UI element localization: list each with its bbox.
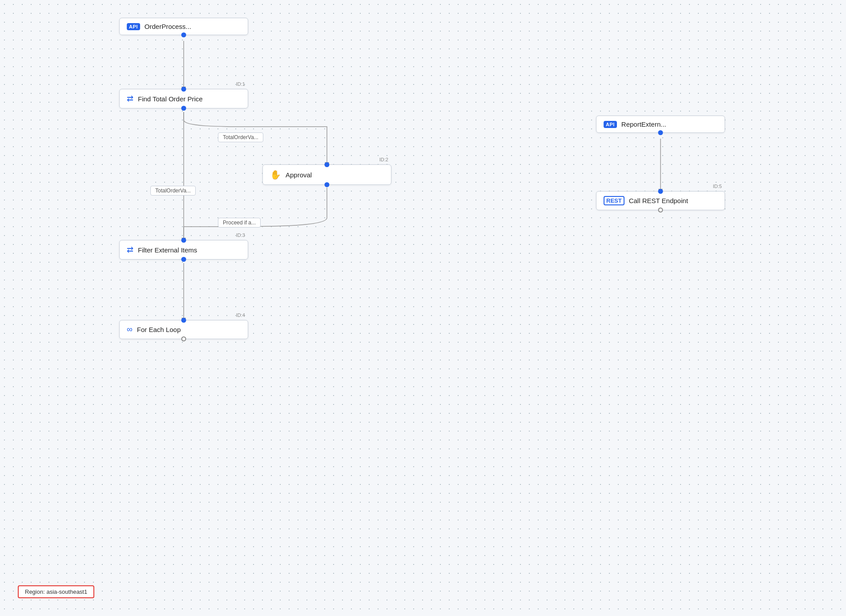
conn-label-totalorderva-2: TotalOrderVa... bbox=[150, 186, 196, 196]
api-badge: API bbox=[604, 121, 617, 128]
node-id-label: ID:2 bbox=[379, 157, 388, 162]
output-dot bbox=[181, 257, 186, 262]
output-dot bbox=[181, 106, 186, 111]
input-dot bbox=[325, 162, 330, 167]
workflow-canvas[interactable]: API OrderProcess... ID:1 ⇄ Find Total Or… bbox=[0, 0, 846, 616]
node-label: ReportExtern... bbox=[621, 120, 666, 128]
node-id-label: ID:4 bbox=[236, 312, 245, 318]
node-find-total-order-price[interactable]: ID:1 ⇄ Find Total Order Price bbox=[119, 89, 248, 108]
node-filter-external-items[interactable]: ID:3 ⇄ Filter External Items bbox=[119, 240, 248, 260]
node-label: Call REST Endpoint bbox=[629, 197, 688, 204]
filter-icon: ⇄ bbox=[127, 94, 133, 104]
node-label: Approval bbox=[286, 171, 312, 179]
output-dot bbox=[658, 130, 663, 135]
loop-icon: ∞ bbox=[127, 325, 133, 334]
node-label: OrderProcess... bbox=[145, 23, 191, 30]
node-report-extern[interactable]: API ReportExtern... bbox=[596, 116, 725, 133]
node-order-process[interactable]: API OrderProcess... bbox=[119, 18, 248, 35]
filter-icon: ⇄ bbox=[127, 245, 133, 255]
conn-label-totalorderva-1: TotalOrderVa... bbox=[218, 132, 263, 142]
node-for-each-loop[interactable]: ID:4 ∞ For Each Loop bbox=[119, 320, 248, 339]
output-dot-empty bbox=[658, 208, 663, 212]
node-label: Find Total Order Price bbox=[138, 95, 203, 103]
node-id-label: ID:1 bbox=[236, 81, 245, 87]
node-id-label: ID:3 bbox=[236, 232, 245, 238]
output-dot bbox=[325, 182, 330, 187]
input-dot bbox=[658, 189, 663, 194]
output-dot bbox=[181, 32, 186, 37]
input-dot bbox=[181, 238, 186, 243]
input-dot bbox=[181, 87, 186, 92]
node-call-rest-endpoint[interactable]: ID:5 REST Call REST Endpoint bbox=[596, 191, 725, 210]
node-id-label: ID:5 bbox=[713, 184, 722, 189]
input-dot bbox=[181, 318, 186, 323]
conn-label-proceed-if: Proceed if a... bbox=[218, 218, 261, 228]
node-approval[interactable]: ID:2 ✋ Approval bbox=[262, 164, 391, 185]
region-badge: Region: asia-southeast1 bbox=[18, 585, 94, 598]
api-badge: API bbox=[127, 23, 140, 30]
hand-icon: ✋ bbox=[270, 169, 281, 180]
rest-badge: REST bbox=[604, 196, 624, 205]
node-label: Filter External Items bbox=[138, 246, 197, 254]
output-dot-empty bbox=[181, 336, 186, 341]
node-label: For Each Loop bbox=[137, 326, 181, 333]
